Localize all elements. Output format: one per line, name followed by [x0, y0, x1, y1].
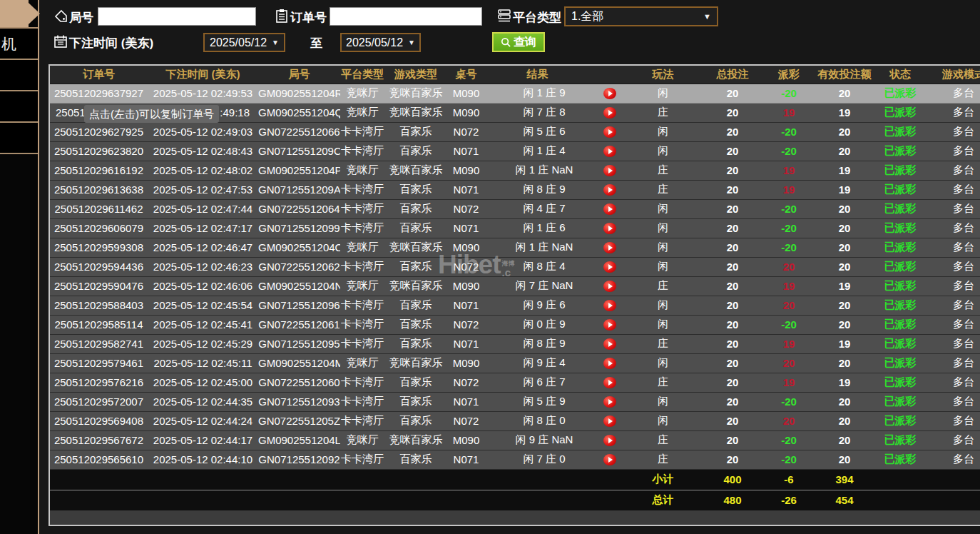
replay-play-icon[interactable]	[603, 184, 616, 196]
cell-order-no[interactable]: 250512029611462	[50, 199, 148, 218]
cell-order-no[interactable]: 250512029594436	[50, 257, 148, 276]
table-row[interactable]: 250512029627925 2025-05-12 02:49:03 GN07…	[50, 122, 980, 141]
total-valid-bet: 454	[810, 490, 879, 510]
cell-order-no[interactable]: 250512029606079	[50, 218, 148, 238]
cell-order-no[interactable]: 250512029576216	[50, 373, 148, 392]
replay-play-icon[interactable]	[603, 146, 616, 157]
bet-time-label: 下注时间 (美东)	[69, 35, 153, 51]
table-row[interactable]: 250512029606079 2025-05-12 02:47:17 GN07…	[50, 218, 980, 238]
cell-bet-time: 2025-05-12 02:47:53	[148, 180, 258, 199]
replay-play-icon[interactable]	[603, 319, 616, 331]
table-row[interactable]: 250512029585114 2025-05-12 02:45:41 GN07…	[50, 315, 980, 334]
cell-order-no[interactable]: 250512029627925	[50, 122, 148, 141]
sidebar-item-3[interactable]	[0, 91, 38, 123]
table-row[interactable]: 250512029567672 2025-05-12 02:44:17 GM09…	[50, 430, 980, 450]
table-row[interactable]: 250512029579461 2025-05-12 02:45:11 GM09…	[50, 353, 980, 373]
round-no-input[interactable]	[98, 7, 256, 26]
order-no-input[interactable]	[330, 7, 482, 26]
cell-order-no[interactable]: 250512029623820	[50, 141, 148, 161]
table-row[interactable]: 250512029616192 2025-05-12 02:48:02 GM09…	[50, 161, 980, 180]
cell-bet-time: 2025-05-12 02:45:11	[148, 353, 258, 373]
date-from-picker[interactable]: 2025/05/12 ▼	[203, 33, 285, 52]
cell-game-type: 百家乐	[384, 392, 447, 411]
table-row[interactable]: 250512029576216 2025-05-12 02:45:00 GN07…	[50, 373, 980, 392]
cell-order-no[interactable]: 250512029637927	[50, 84, 148, 103]
cell-platform: 卡卡湾厅	[340, 450, 384, 469]
table-row[interactable]: 250512029637927 2025-05-12 02:49:53 GM09…	[50, 84, 980, 103]
query-button-label: 查询	[514, 35, 536, 50]
sidebar-tab-arrow-icon	[29, 3, 40, 24]
table-row[interactable]: 250512029572007 2025-05-12 02:44:35 GN07…	[50, 392, 980, 411]
replay-play-icon[interactable]	[603, 165, 616, 176]
replay-play-icon[interactable]	[603, 88, 616, 99]
cell-order-no[interactable]: 250512029579461	[50, 353, 148, 373]
cell-payout: 19	[768, 180, 810, 199]
cell-total-bet: 20	[697, 411, 768, 430]
cell-game-mode: 多台	[921, 161, 980, 180]
platform-type-label: 平台类型	[513, 9, 561, 26]
table-row[interactable]: 250512029588403 2025-05-12 02:45:54 GN07…	[50, 296, 980, 315]
replay-play-icon[interactable]	[603, 203, 616, 215]
sidebar-selected-tab[interactable]	[0, 0, 29, 27]
cell-order-no[interactable]: 250512029613638	[50, 180, 148, 199]
cell-order-no[interactable]: 250512029567672	[50, 430, 148, 450]
table-row[interactable]: 250512029594436 2025-05-12 02:46:23 GN07…	[50, 257, 980, 276]
cell-order-no[interactable]: 250512029616192	[50, 161, 148, 180]
cell-order-no[interactable]: 250512029582741	[50, 334, 148, 353]
table-row[interactable]: 250512029611462 2025-05-12 02:47:44 GN07…	[50, 199, 980, 218]
replay-play-icon[interactable]	[603, 454, 616, 465]
cell-order-no[interactable]: 250512029585114	[50, 315, 148, 334]
cell-payout: 20	[768, 411, 810, 430]
cell-result: 闲 7 庄 NaN	[485, 276, 629, 296]
cell-order-no[interactable]: 250512029588403	[50, 296, 148, 315]
cell-game-type: 百家乐	[384, 296, 447, 315]
sidebar-item-machine[interactable]: 机	[0, 29, 38, 60]
replay-play-icon[interactable]	[603, 435, 616, 446]
replay-play-icon[interactable]	[603, 126, 616, 138]
order-no-label: 订单号	[290, 9, 327, 26]
cell-valid-bet: 20	[810, 411, 879, 430]
replay-play-icon[interactable]	[603, 338, 616, 350]
cell-result: 闲 7 庄 8	[485, 103, 629, 122]
replay-play-icon[interactable]	[603, 300, 616, 311]
query-button[interactable]: 查询	[492, 32, 545, 52]
sidebar-item-4[interactable]	[0, 123, 38, 154]
platform-type-select[interactable]: 1.全部 ▼	[564, 6, 718, 26]
cell-total-bet: 20	[697, 276, 768, 296]
table-row[interactable]: 250512029590476 2025-05-12 02:46:06 GM09…	[50, 276, 980, 296]
cell-order-no[interactable]: 250512029565610	[50, 450, 148, 469]
cell-payout: -20	[768, 141, 810, 161]
table-row[interactable]: 250512029599308 2025-05-12 02:46:47 GM09…	[50, 238, 980, 257]
table-row[interactable]: 250512029623820 2025-05-12 02:48:43 GN07…	[50, 141, 980, 161]
cell-table-no: N072	[447, 257, 485, 276]
replay-play-icon[interactable]	[603, 396, 616, 408]
table-row[interactable]: 250512029582741 2025-05-12 02:45:29 GN07…	[50, 334, 980, 353]
cell-order-no[interactable]: 250512029590476	[50, 276, 148, 296]
table-row[interactable]: 250512029565610 2025-05-12 02:44:10 GN07…	[50, 450, 980, 469]
replay-play-icon[interactable]	[603, 358, 616, 369]
calendar-icon	[53, 34, 68, 49]
replay-play-icon[interactable]	[603, 415, 616, 427]
table-row[interactable]: 250512029569408 2025-05-12 02:44:24 GN07…	[50, 411, 980, 430]
sidebar-item-2[interactable]	[0, 60, 38, 91]
cell-order-no[interactable]: 250512029572007	[50, 392, 148, 411]
replay-play-icon[interactable]	[603, 242, 616, 253]
cell-valid-bet: 19	[810, 373, 879, 392]
cell-game-mode: 多台	[921, 450, 980, 469]
cell-round-no: GN07125512093	[258, 392, 340, 411]
replay-play-icon[interactable]	[603, 281, 616, 292]
replay-play-icon[interactable]	[603, 107, 616, 119]
replay-play-icon[interactable]	[603, 223, 616, 234]
date-to-picker[interactable]: 2025/05/12 ▼	[340, 33, 421, 52]
cell-platform: 卡卡湾厅	[340, 180, 384, 199]
cell-order-no[interactable]: 250512029599308	[50, 238, 148, 257]
col-header-game-mode: 游戏模式	[921, 66, 980, 84]
replay-play-icon[interactable]	[603, 261, 616, 273]
cell-order-no[interactable]: 250512029569408	[50, 411, 148, 430]
replay-play-icon[interactable]	[603, 377, 616, 388]
cell-table-no: N072	[447, 199, 485, 218]
cell-game-type: 竞咪百家乐	[384, 103, 447, 122]
cell-valid-bet: 20	[810, 315, 879, 334]
table-row[interactable]: 250512029613638 2025-05-12 02:47:53 GN07…	[50, 180, 980, 199]
cell-bet-time: 2025-05-12 02:47:17	[148, 218, 258, 238]
